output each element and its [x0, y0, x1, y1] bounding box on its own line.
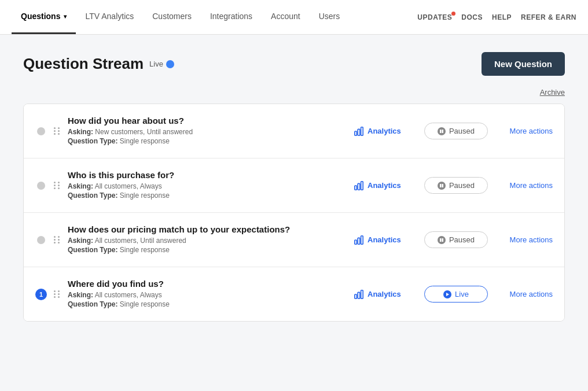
help-button[interactable]: HELP [492, 13, 512, 21]
nav-item-integrations[interactable]: Integrations [201, 0, 262, 34]
status-button-4[interactable]: Live [424, 286, 488, 303]
refer-earn-button[interactable]: REFER & EARN [521, 13, 576, 21]
svg-rect-14 [442, 238, 443, 242]
svg-rect-0 [355, 131, 357, 135]
status-button-3[interactable]: Paused [424, 231, 488, 248]
help-label: HELP [492, 13, 512, 21]
status-label-3: Paused [449, 235, 475, 244]
nav-item-questions[interactable]: Questions ▾ [12, 0, 76, 34]
analytics-icon-4 [354, 289, 364, 300]
paused-indicator-circle-2 [37, 182, 45, 190]
type-value-2: Single response [120, 191, 170, 200]
drag-dots-4 [54, 290, 61, 298]
archive-link-area: Archive [23, 87, 565, 97]
paused-indicator-circle-3 [37, 236, 45, 244]
page-header: Question Stream Live New Question [23, 52, 565, 76]
more-actions-button-4[interactable]: More actions [495, 290, 553, 298]
question-type-2: Question Type: Single response [68, 191, 347, 200]
question-title-3: How does our pricing match up to your ex… [68, 224, 347, 234]
drag-handle-1[interactable] [54, 127, 61, 135]
more-actions-button-2[interactable]: More actions [495, 181, 553, 190]
analytics-label-3: Analytics [368, 235, 401, 244]
main-nav: Questions ▾ LTV Analytics Customers Inte… [0, 0, 588, 35]
svg-rect-9 [442, 184, 443, 187]
svg-rect-3 [440, 130, 442, 133]
question-info-3: How does our pricing match up to your ex… [68, 224, 347, 255]
page-title: Question Stream [23, 55, 144, 73]
asking-value-2: All customers, Always [95, 182, 162, 190]
status-button-1[interactable]: Paused [424, 123, 488, 139]
updates-button[interactable]: UPDATES [417, 13, 452, 21]
live-indicator-number-4: 1 [35, 289, 47, 300]
svg-rect-2 [361, 127, 363, 135]
type-value-4: Single response [120, 300, 170, 308]
new-question-button[interactable]: New Question [482, 52, 565, 76]
nav-item-customers[interactable]: Customers [143, 0, 201, 34]
analytics-button-4[interactable]: Analytics [354, 289, 417, 300]
analytics-button-2[interactable]: Analytics [354, 180, 417, 191]
question-info-1: How did you hear about us? Asking: New c… [68, 116, 347, 146]
svg-rect-13 [440, 238, 442, 242]
drag-handle-2[interactable] [54, 182, 61, 189]
question-info-2: Who is this purchase for? Asking: All cu… [68, 170, 347, 201]
title-area: Question Stream Live [23, 55, 174, 73]
question-asking-3: Asking: All customers, Until answered [68, 237, 347, 245]
drag-handle-3[interactable] [54, 236, 61, 244]
paused-indicator-circle-1 [37, 127, 45, 135]
asking-value-3: All customers, Until answered [95, 237, 186, 245]
analytics-label-4: Analytics [368, 290, 401, 298]
status-label-4: Live [455, 290, 469, 298]
question-title-1: How did you hear about us? [68, 116, 347, 126]
main-content: Question Stream Live New Question Archiv… [0, 35, 588, 339]
question-info-4: Where did you find us? Asking: All custo… [68, 279, 347, 309]
row-indicator-1 [35, 127, 47, 135]
more-actions-button-1[interactable]: More actions [495, 127, 553, 135]
paused-icon-2 [438, 182, 446, 190]
type-label-3: Question Type: [68, 246, 117, 254]
analytics-button-1[interactable]: Analytics [354, 126, 417, 137]
live-icon-4 [443, 290, 451, 298]
nav-ltv-label: LTV Analytics [85, 12, 134, 21]
live-badge: Live [149, 60, 174, 68]
analytics-icon-3 [354, 235, 364, 245]
nav-item-users[interactable]: Users [310, 0, 350, 34]
row-indicator-4: 1 [35, 289, 47, 300]
updates-label: UPDATES [417, 13, 452, 21]
asking-label-3: Asking: [68, 237, 93, 245]
svg-rect-5 [355, 186, 357, 190]
docs-button[interactable]: DOCS [461, 13, 483, 21]
drag-dots-3 [54, 236, 61, 244]
status-button-2[interactable]: Paused [424, 177, 488, 194]
nav-item-account[interactable]: Account [262, 0, 310, 34]
svg-rect-10 [355, 240, 357, 244]
nav-item-ltv[interactable]: LTV Analytics [76, 0, 143, 34]
asking-label-4: Asking: [68, 291, 93, 299]
svg-rect-8 [440, 184, 442, 187]
question-list: How did you hear about us? Asking: New c… [23, 104, 565, 322]
drag-dots-1 [54, 127, 61, 135]
question-row-3: How does our pricing match up to your ex… [24, 213, 564, 267]
updates-dot-indicator [451, 12, 455, 16]
more-actions-button-3[interactable]: More actions [495, 235, 553, 244]
refer-label: REFER & EARN [521, 13, 576, 21]
svg-rect-6 [358, 183, 360, 190]
analytics-button-3[interactable]: Analytics [354, 235, 417, 245]
status-label-1: Paused [449, 127, 475, 135]
question-title-2: Who is this purchase for? [68, 170, 347, 180]
question-row-4: 1 Where did you find us? Asking: All cus… [24, 267, 564, 321]
question-asking-2: Asking: All customers, Always [68, 182, 347, 190]
question-type-1: Question Type: Single response [68, 137, 347, 145]
asking-label-2: Asking: [68, 182, 93, 190]
live-label: Live [149, 60, 163, 68]
drag-handle-4[interactable] [54, 290, 61, 298]
analytics-icon-1 [354, 126, 364, 137]
question-asking-4: Asking: All customers, Always [68, 291, 347, 299]
questions-chevron-icon: ▾ [64, 13, 67, 20]
svg-rect-11 [358, 238, 360, 244]
svg-rect-15 [355, 294, 357, 298]
question-row: How did you hear about us? Asking: New c… [24, 104, 564, 158]
live-dot-indicator [166, 60, 174, 68]
nav-integrations-label: Integrations [210, 12, 252, 21]
archive-link[interactable]: Archive [540, 88, 565, 97]
svg-rect-17 [361, 290, 363, 298]
